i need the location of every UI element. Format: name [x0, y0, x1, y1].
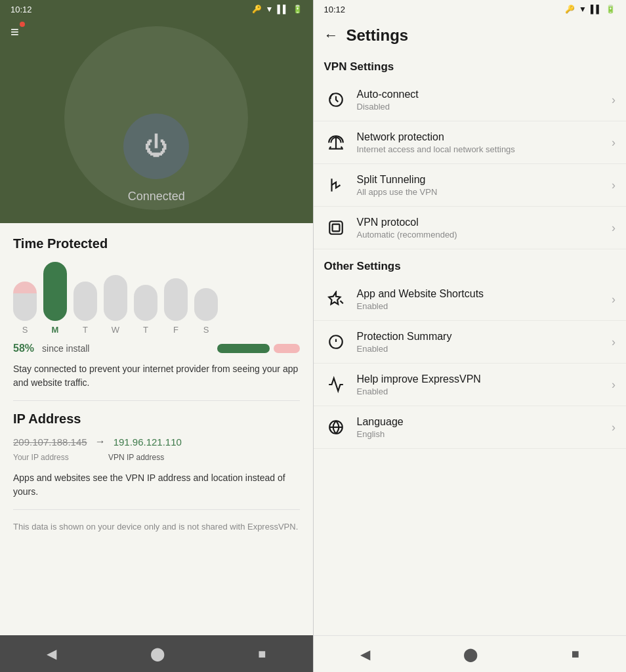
- split-tunneling-icon: [324, 173, 348, 197]
- vpn-header: 10:12 🔑 ▼ ▌▌ 🔋 ≡ ⏻ Connected: [0, 0, 313, 223]
- help-improve-icon: [324, 373, 348, 396]
- settings-item-network-protection[interactable]: Network protection Internet access and l…: [314, 121, 627, 164]
- svg-rect-2: [329, 221, 343, 234]
- stats-row: 58% since install: [13, 343, 300, 354]
- vpn-key-icon: 🔑: [252, 5, 262, 14]
- wifi-icon-right: ▼: [579, 5, 587, 14]
- back-nav-right[interactable]: ◀: [360, 646, 370, 662]
- progress-bar-green: [217, 344, 270, 353]
- status-bar-left: 10:12 🔑 ▼ ▌▌ 🔋: [0, 0, 313, 18]
- settings-item-split-tunneling[interactable]: Split Tunneling All apps use the VPN ›: [314, 164, 627, 207]
- battery-icon: 🔋: [293, 5, 303, 14]
- language-text: Language English: [357, 416, 607, 439]
- svg-rect-3: [332, 224, 339, 232]
- status-bar-right: 10:12 🔑 ▼ ▌▌ 🔋: [314, 0, 627, 18]
- label-sunday: S: [22, 325, 28, 335]
- day-saturday: S: [194, 288, 218, 335]
- stats-percent: 58%: [13, 343, 34, 354]
- language-title: Language: [357, 416, 607, 428]
- day-monday: M: [43, 262, 67, 335]
- power-button[interactable]: ⏻: [123, 114, 189, 179]
- split-tunneling-text: Split Tunneling All apps use the VPN: [357, 174, 607, 197]
- protection-summary-title: Protection Summary: [357, 331, 607, 343]
- settings-item-language[interactable]: Language English ›: [314, 406, 627, 449]
- menu-button[interactable]: ≡: [10, 24, 19, 41]
- stats-label: since install: [42, 343, 89, 354]
- vpn-protocol-text: VPN protocol Automatic (recommended): [357, 217, 607, 240]
- chevron-protection: ›: [612, 335, 616, 349]
- old-ip: 209.107.188.145: [13, 436, 87, 448]
- day-thursday: T: [134, 285, 157, 335]
- settings-item-help-improve[interactable]: Help improve ExpressVPN Enabled ›: [314, 364, 627, 406]
- new-ip: 191.96.121.110: [114, 436, 182, 448]
- day-friday: F: [164, 278, 188, 335]
- day-wednesday: W: [104, 275, 127, 335]
- label-thursday: T: [143, 325, 148, 335]
- chevron-language: ›: [612, 421, 616, 434]
- right-panel: 10:12 🔑 ▼ ▌▌ 🔋 ← Settings VPN Settings: [314, 0, 627, 672]
- bar-tuesday: [73, 282, 97, 321]
- chevron-network: ›: [612, 136, 616, 150]
- chevron-protocol: ›: [612, 221, 616, 235]
- language-icon: [324, 415, 348, 439]
- divider-2: [13, 509, 300, 510]
- connection-status: Connected: [128, 190, 185, 203]
- battery-icon-right: 🔋: [606, 5, 616, 14]
- day-tuesday: T: [73, 282, 97, 335]
- settings-item-vpn-protocol[interactable]: VPN protocol Automatic (recommended) ›: [314, 207, 627, 249]
- help-improve-subtitle: Enabled: [357, 387, 607, 396]
- wifi-icon: ▼: [266, 5, 274, 14]
- vpn-protocol-subtitle: Automatic (recommended): [357, 230, 607, 240]
- split-tunneling-subtitle: All apps use the VPN: [357, 187, 607, 197]
- shortcuts-icon: [324, 287, 348, 311]
- home-nav-right[interactable]: ⬤: [463, 646, 478, 662]
- help-improve-text: Help improve ExpressVPN Enabled: [357, 373, 607, 396]
- time-left: 10:12: [10, 5, 32, 14]
- language-subtitle: English: [357, 429, 607, 439]
- label-wednesday: W: [112, 325, 119, 335]
- back-button[interactable]: ←: [324, 27, 339, 44]
- label-saturday: S: [203, 325, 209, 335]
- key-icon-right: 🔑: [565, 5, 575, 14]
- bar-friday: [164, 278, 188, 321]
- bar-sunday: [13, 282, 37, 321]
- bar-saturday: [194, 288, 218, 321]
- bar-wednesday: [104, 275, 127, 321]
- vpn-protocol-title: VPN protocol: [357, 217, 607, 228]
- vpn-settings-title: VPN Settings: [314, 55, 627, 79]
- network-protection-text: Network protection Internet access and l…: [357, 131, 607, 154]
- home-nav-btn[interactable]: ⬤: [150, 646, 165, 662]
- protection-summary-subtitle: Enabled: [357, 344, 607, 354]
- signal-icon: ▌▌: [277, 5, 288, 14]
- settings-content: VPN Settings Auto-connect Disabled ›: [314, 55, 627, 635]
- divider-1: [13, 400, 300, 401]
- back-nav-btn[interactable]: ◀: [47, 646, 56, 662]
- nav-bar-left: ◀ ⬤ ■: [0, 635, 313, 672]
- settings-item-auto-connect[interactable]: Auto-connect Disabled ›: [314, 79, 627, 121]
- chevron-help-improve: ›: [612, 378, 616, 392]
- time-protected-desc: Stay connected to prevent your internet …: [13, 362, 300, 390]
- settings-item-protection-summary[interactable]: Protection Summary Enabled ›: [314, 321, 627, 364]
- label-tuesday: T: [83, 325, 88, 335]
- bar-thursday: [134, 285, 157, 321]
- days-chart: S M T W T F S: [13, 262, 300, 335]
- power-icon: ⏻: [144, 133, 168, 160]
- progress-bar-pink: [274, 344, 300, 353]
- footer-note: This data is shown on your device only a…: [13, 520, 300, 534]
- nav-bar-right: ◀ ⬤ ■: [314, 635, 627, 672]
- left-content: Time Protected S M T W T: [0, 223, 313, 635]
- ip-row: 209.107.188.145 → 191.96.121.110: [13, 436, 300, 448]
- status-icons-right: 🔑 ▼ ▌▌ 🔋: [565, 5, 616, 14]
- recent-nav-btn[interactable]: ■: [258, 646, 266, 662]
- recent-nav-right[interactable]: ■: [572, 646, 579, 662]
- ip-labels-row: Your IP address VPN IP address: [13, 453, 300, 462]
- label-friday: F: [173, 325, 178, 335]
- settings-item-shortcuts[interactable]: App and Website Shortcuts Enabled ›: [314, 278, 627, 321]
- ip-desc: Apps and websites see the VPN IP address…: [13, 471, 300, 499]
- network-protection-icon: [324, 131, 348, 154]
- network-protection-subtitle: Internet access and local network settin…: [357, 144, 607, 154]
- split-tunneling-title: Split Tunneling: [357, 174, 607, 186]
- status-icons-left: 🔑 ▼ ▌▌ 🔋: [252, 5, 303, 14]
- day-sunday: S: [13, 282, 37, 335]
- auto-connect-icon: [324, 88, 348, 112]
